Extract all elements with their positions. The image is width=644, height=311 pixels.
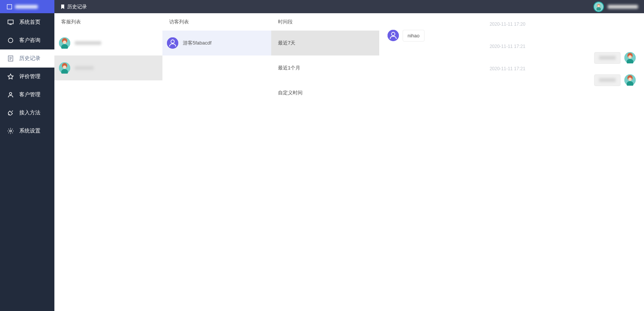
period-7d[interactable]: 最近7天 bbox=[271, 31, 379, 55]
message-bubble: nihao bbox=[403, 30, 425, 42]
agent-avatar-icon bbox=[59, 62, 70, 74]
visitor-avatar-icon bbox=[167, 37, 178, 49]
bookmark-icon bbox=[60, 4, 65, 9]
svg-point-16 bbox=[63, 66, 66, 69]
agent-name bbox=[75, 66, 94, 70]
svg-rect-1 bbox=[8, 20, 13, 24]
topbar: 历史记录 bbox=[54, 0, 644, 13]
visitors-header: 访客列表 bbox=[162, 13, 271, 31]
message-row: nihao bbox=[379, 30, 636, 42]
message-bubble bbox=[594, 74, 621, 86]
agent-item[interactable] bbox=[54, 55, 162, 80]
monitor-icon bbox=[7, 19, 14, 26]
period-header: 时间段 bbox=[271, 13, 379, 31]
visitor-item[interactable]: 游客5fabacdf bbox=[162, 31, 271, 55]
message-row bbox=[379, 52, 636, 64]
nav-label: 接入方法 bbox=[19, 109, 40, 116]
agents-column: 客服列表 bbox=[54, 13, 162, 311]
agent-item[interactable] bbox=[54, 31, 162, 55]
username[interactable] bbox=[608, 5, 638, 9]
nav-label: 系统设置 bbox=[19, 128, 40, 134]
plug-icon bbox=[7, 109, 14, 116]
message-time: 2020-11-11 17:21 bbox=[379, 66, 636, 71]
svg-point-2 bbox=[8, 38, 13, 43]
agent-name bbox=[75, 41, 101, 45]
period-1m[interactable]: 最近1个月 bbox=[271, 55, 379, 80]
nav-consult[interactable]: 客户咨询 bbox=[0, 31, 54, 49]
nav-label: 客户咨询 bbox=[19, 37, 40, 44]
svg-point-4 bbox=[9, 92, 12, 95]
log-icon bbox=[7, 55, 14, 62]
nav-customers[interactable]: 客户管理 bbox=[0, 86, 54, 104]
user-avatar[interactable] bbox=[593, 2, 604, 12]
gear-icon bbox=[7, 128, 14, 134]
period-column: 时间段 最近7天 最近1个月 自定义时间 bbox=[271, 13, 379, 311]
visitor-name: 游客5fabacdf bbox=[183, 40, 212, 46]
period-custom[interactable]: 自定义时间 bbox=[271, 80, 379, 105]
chat-message: 2020-11-11 17:21 bbox=[379, 44, 636, 64]
svg-point-28 bbox=[629, 78, 632, 81]
agent-avatar-icon bbox=[624, 52, 636, 63]
nav-settings[interactable]: 系统设置 bbox=[0, 122, 54, 140]
message-row bbox=[379, 74, 636, 86]
svg-point-5 bbox=[10, 130, 12, 132]
user-icon bbox=[7, 91, 14, 98]
svg-point-24 bbox=[629, 55, 632, 59]
star-icon bbox=[7, 73, 14, 80]
nav-home[interactable]: 系统首页 bbox=[0, 13, 54, 31]
agent-avatar-icon bbox=[624, 74, 636, 86]
nav-label: 客户管理 bbox=[19, 91, 40, 98]
visitor-avatar-icon bbox=[388, 30, 399, 41]
logo[interactable] bbox=[0, 0, 54, 13]
logo-icon bbox=[7, 4, 12, 9]
svg-point-12 bbox=[63, 41, 66, 44]
message-time: 2020-11-11 17:21 bbox=[379, 44, 636, 49]
agents-header: 客服列表 bbox=[54, 13, 162, 31]
nav-label: 评价管理 bbox=[19, 73, 40, 80]
nav-integrate[interactable]: 接入方法 bbox=[0, 104, 54, 122]
logo-text bbox=[15, 5, 38, 9]
nav-reviews[interactable]: 评价管理 bbox=[0, 68, 54, 86]
message-time: 2020-11-11 17:20 bbox=[379, 22, 636, 27]
circle-icon bbox=[7, 37, 14, 44]
chat-column: 2020-11-11 17:20nihao2020-11-11 17:21202… bbox=[379, 13, 644, 311]
page-title: 历史记录 bbox=[67, 3, 87, 10]
chat-message: 2020-11-11 17:20nihao bbox=[379, 22, 636, 42]
nav-label: 历史记录 bbox=[19, 55, 40, 62]
chat-message: 2020-11-11 17:21 bbox=[379, 66, 636, 86]
agent-avatar-icon bbox=[59, 37, 70, 49]
svg-point-9 bbox=[598, 5, 600, 7]
message-bubble bbox=[594, 52, 621, 64]
nav-history[interactable]: 历史记录 bbox=[0, 49, 54, 68]
nav-label: 系统首页 bbox=[19, 19, 40, 26]
visitors-column: 访客列表 游客5fabacdf bbox=[162, 13, 271, 311]
svg-rect-0 bbox=[7, 5, 12, 9]
